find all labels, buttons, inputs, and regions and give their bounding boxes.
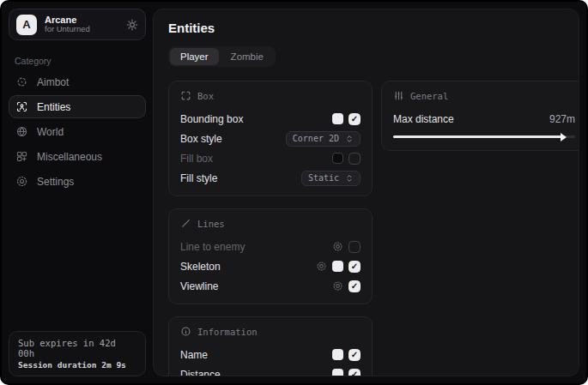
general-section-card: General Max distance 927m [381,81,579,151]
sidebar-nav: Aimbot Entities [2,69,153,194]
setting-row-bounding-box: Bounding box [180,110,361,128]
tab-zombie[interactable]: Zombie [221,48,274,65]
entity-type-tabs: Player Zombie [168,46,276,67]
setting-row-max-distance: Max distance 927m [393,110,575,128]
subscription-status-card: Sub expires in 42d 00h Session duration … [9,331,146,376]
checkbox-checked[interactable] [349,113,361,125]
information-section-card: Information Name Distance [168,316,373,376]
setting-label: Fill style [180,172,217,184]
sliders-icon [393,90,404,101]
brand-card: A Arcane for Unturned [9,9,146,40]
sidebar-item-entities[interactable]: Entities [9,95,146,118]
lines-section-card: Lines Line to enemy [168,208,373,304]
sidebar-item-label: Settings [37,176,74,188]
sidebar-item-aimbot[interactable]: Aimbot [9,70,146,93]
setting-label: Bounding box [180,113,243,125]
tab-player[interactable]: Player [170,48,219,65]
gear-icon[interactable] [316,261,327,272]
brand-subtitle: for Unturned [45,25,118,34]
color-swatch[interactable] [332,113,343,124]
checkbox-checked[interactable] [349,349,361,361]
gear-icon[interactable] [332,280,343,292]
entity-scan-icon [15,100,28,113]
dropdown-value: Corner 2D [293,134,339,143]
sidebar-item-miscellaneous[interactable]: Miscellaneous [9,145,146,168]
gear-icon [15,175,28,188]
max-distance-slider[interactable] [393,135,575,138]
setting-row-name: Name [180,346,361,364]
box-style-dropdown[interactable]: Corner 2D [286,131,361,147]
setting-label: Fill box [180,153,213,165]
diagonal-line-icon [180,218,191,229]
setting-label: Max distance [393,113,454,125]
setting-label: Line to enemy [180,241,245,253]
session-duration-text: Session duration 2m 9s [18,360,136,370]
sub-expiry-text: Sub expires in 42d 00h [18,338,136,358]
slider-thumb[interactable] [561,133,567,141]
checkbox-checked[interactable] [349,261,361,273]
main-panel: Entities Player Zombie Box [153,9,579,376]
setting-label: Distance [180,369,221,377]
chevrons-up-down-icon [345,174,354,183]
grid-icon [15,150,28,163]
sidebar-item-label: World [37,126,64,138]
box-section-card: Box Bounding box Box style Corner 2D [168,81,373,196]
sidebar-item-label: Entities [37,101,70,113]
setting-row-distance: Distance [180,365,361,376]
checkbox-unchecked[interactable] [349,241,361,253]
setting-label: Skeleton [180,261,221,273]
sidebar-item-settings[interactable]: Settings [9,170,146,193]
sidebar: A Arcane for Unturned Category [2,2,153,383]
setting-row-line-to-enemy: Line to enemy [180,238,361,256]
fill-style-dropdown[interactable]: Static [301,171,361,186]
gear-icon[interactable] [126,19,138,31]
gear-icon[interactable] [332,241,343,252]
section-title: Box [197,91,214,101]
checkbox-checked[interactable] [349,280,361,292]
slider-fill [393,135,562,138]
sidebar-item-world[interactable]: World [9,120,146,143]
crosshair-icon [15,75,28,88]
color-swatch[interactable] [332,349,343,360]
color-swatch[interactable] [332,153,343,164]
checkbox-checked[interactable] [349,369,361,377]
setting-row-box-style: Box style Corner 2D [180,129,361,147]
chevrons-up-down-icon [345,135,354,143]
dropdown-value: Static [308,173,339,183]
color-swatch[interactable] [332,261,343,272]
setting-label: Viewline [180,280,218,292]
checkbox-unchecked[interactable] [349,153,361,165]
info-circle-icon [180,326,191,337]
setting-label: Name [180,349,208,361]
max-distance-value: 927m [549,113,575,125]
color-swatch[interactable] [332,369,343,376]
section-title: General [410,91,448,101]
brand-logo: A [16,15,37,35]
app-window: A Arcane for Unturned Category [0,0,588,385]
sidebar-item-label: Aimbot [37,76,69,88]
setting-row-skeleton: Skeleton [180,257,361,275]
setting-row-viewline: Viewline [180,277,361,295]
section-title: Lines [197,219,225,229]
page-title: Entities [168,21,564,35]
setting-label: Box style [180,133,222,145]
globe-icon [15,125,28,138]
box-corners-icon [180,90,191,101]
setting-row-fill-style: Fill style Static [180,169,361,187]
category-label: Category [15,56,153,66]
setting-row-fill-box: Fill box [180,149,361,167]
section-title: Information [197,327,258,337]
sidebar-item-label: Miscellaneous [37,151,102,163]
